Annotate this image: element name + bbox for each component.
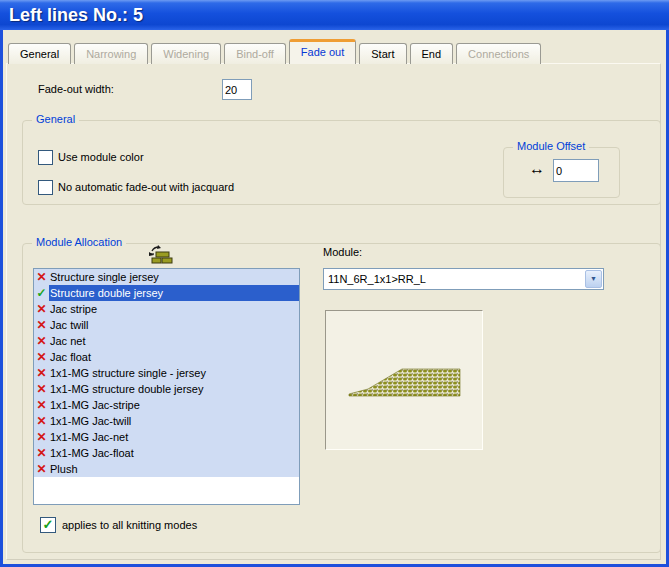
module-list-item-label: 1x1-MG Jac-twill bbox=[49, 413, 299, 429]
module-list-item-label: 1x1-MG Jac-float bbox=[49, 445, 299, 461]
module-allocation-group-title: Module Allocation bbox=[32, 236, 126, 248]
module-list-item-label: 1x1-MG structure single - jersey bbox=[49, 365, 299, 381]
window-title: Left lines No.: 5 bbox=[9, 5, 143, 25]
module-list-item-label: 1x1-MG Jac-stripe bbox=[49, 397, 299, 413]
module-list-item[interactable]: ✕Plush bbox=[34, 461, 299, 477]
module-list-item-label: Jac stripe bbox=[49, 301, 299, 317]
module-list-item-label: Jac float bbox=[49, 349, 299, 365]
module-list-item[interactable]: ✕1x1-MG structure double jersey bbox=[34, 381, 299, 397]
module-label: Module: bbox=[323, 246, 362, 258]
module-list-item[interactable]: ✕Jac float bbox=[34, 349, 299, 365]
module-offset-group-title: Module Offset bbox=[513, 140, 589, 152]
not-assigned-x-icon: ✕ bbox=[34, 413, 49, 429]
tab-fade-out[interactable]: Fade out bbox=[289, 39, 356, 64]
not-assigned-x-icon: ✕ bbox=[34, 445, 49, 461]
use-module-color-checkbox[interactable] bbox=[38, 150, 53, 165]
tab-bind-off: Bind-off bbox=[224, 43, 286, 64]
titlebar: Left lines No.: 5 bbox=[0, 0, 669, 30]
not-assigned-x-icon: ✕ bbox=[34, 429, 49, 445]
use-module-color-label: Use module color bbox=[58, 151, 144, 163]
chevron-down-icon[interactable]: ▼ bbox=[585, 270, 602, 288]
not-assigned-x-icon: ✕ bbox=[34, 365, 49, 381]
fade-out-width-input[interactable] bbox=[222, 79, 252, 100]
tab-narrowing: Narrowing bbox=[74, 43, 148, 64]
module-list-item[interactable]: ✕Structure single jersey bbox=[34, 269, 299, 285]
module-list-item-label: Jac net bbox=[49, 333, 299, 349]
module-list-item[interactable]: ✕1x1-MG Jac-float bbox=[34, 445, 299, 461]
not-assigned-x-icon: ✕ bbox=[34, 349, 49, 365]
not-assigned-x-icon: ✕ bbox=[34, 269, 49, 285]
module-list-item[interactable]: ✕Jac stripe bbox=[34, 301, 299, 317]
not-assigned-x-icon: ✕ bbox=[34, 333, 49, 349]
module-combobox-value: 11N_6R_1x1>RR_L bbox=[328, 269, 426, 289]
module-list-item[interactable]: ✕1x1-MG Jac-twill bbox=[34, 413, 299, 429]
fade-out-width-label: Fade-out width: bbox=[38, 83, 114, 95]
tab-connections: Connections bbox=[456, 43, 541, 64]
module-list[interactable]: ✕Structure single jersey✓Structure doubl… bbox=[33, 268, 300, 505]
knitting-pattern-preview-image bbox=[348, 365, 463, 399]
module-list-item-label: Plush bbox=[49, 461, 299, 477]
module-list-item-label: Structure single jersey bbox=[49, 269, 299, 285]
no-automatic-fade-out-checkbox[interactable] bbox=[38, 180, 53, 195]
module-list-item-label: 1x1-MG Jac-net bbox=[49, 429, 299, 445]
tab-bar: GeneralNarrowingWideningBind-offFade out… bbox=[8, 39, 541, 64]
not-assigned-x-icon: ✕ bbox=[34, 317, 49, 333]
module-list-item[interactable]: ✓Structure double jersey bbox=[34, 285, 299, 301]
module-list-item[interactable]: ✕1x1-MG Jac-stripe bbox=[34, 397, 299, 413]
tab-widening: Widening bbox=[151, 43, 221, 64]
not-assigned-x-icon: ✕ bbox=[34, 301, 49, 317]
applies-to-all-modes-label: applies to all knitting modes bbox=[62, 519, 197, 531]
no-automatic-fade-out-label: No automatic fade-out with jacquard bbox=[58, 181, 234, 193]
not-assigned-x-icon: ✕ bbox=[34, 461, 49, 477]
not-assigned-x-icon: ✕ bbox=[34, 381, 49, 397]
window-border-left bbox=[0, 30, 3, 567]
module-list-item[interactable]: ✕1x1-MG structure single - jersey bbox=[34, 365, 299, 381]
not-assigned-x-icon: ✕ bbox=[34, 397, 49, 413]
module-explorer-button[interactable] bbox=[145, 244, 173, 267]
dialog-window: Left lines No.: 5 GeneralNarrowingWideni… bbox=[0, 0, 669, 567]
module-list-item-label: 1x1-MG structure double jersey bbox=[49, 381, 299, 397]
tab-general[interactable]: General bbox=[8, 43, 71, 64]
applies-to-all-modes-checkbox[interactable]: ✓ bbox=[40, 517, 56, 533]
module-preview-box bbox=[325, 310, 483, 450]
module-list-item-label: Structure double jersey bbox=[49, 285, 299, 301]
tab-end[interactable]: End bbox=[410, 43, 454, 64]
assigned-check-icon: ✓ bbox=[34, 285, 49, 301]
module-list-item[interactable]: ✕Jac twill bbox=[34, 317, 299, 333]
tab-start[interactable]: Start bbox=[359, 43, 406, 64]
module-offset-input[interactable] bbox=[553, 159, 599, 182]
module-list-item[interactable]: ✕1x1-MG Jac-net bbox=[34, 429, 299, 445]
general-group-title: General bbox=[32, 113, 79, 125]
module-list-item-label: Jac twill bbox=[49, 317, 299, 333]
horizontal-arrow-icon: ↔ bbox=[529, 160, 545, 178]
module-list-item[interactable]: ✕Jac net bbox=[34, 333, 299, 349]
module-bricks-icon bbox=[145, 244, 173, 267]
module-combobox[interactable]: 11N_6R_1x1>RR_L ▼ bbox=[323, 268, 604, 290]
